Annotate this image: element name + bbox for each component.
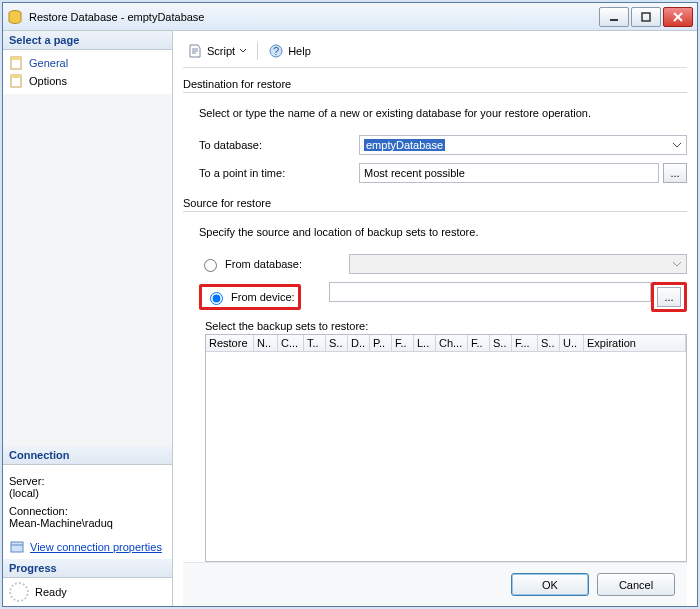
svg-rect-2: [642, 13, 650, 21]
point-in-time-browse-button[interactable]: ...: [663, 163, 687, 183]
svg-text:?: ?: [273, 45, 279, 57]
progress-spinner-icon: [9, 582, 29, 602]
script-icon: [187, 43, 203, 59]
destination-section-title: Destination for restore: [183, 78, 687, 90]
from-device-field[interactable]: [329, 282, 651, 302]
from-database-radio[interactable]: [204, 259, 217, 272]
svg-rect-9: [11, 542, 23, 552]
source-description: Specify the source and location of backu…: [199, 226, 687, 238]
page-icon: [9, 55, 25, 71]
grid-col[interactable]: Expiration: [584, 335, 686, 351]
grid-col[interactable]: F...: [512, 335, 538, 351]
grid-col[interactable]: F..: [468, 335, 490, 351]
connection-label: Connection:: [9, 505, 166, 517]
from-device-browse-highlight: ...: [651, 282, 687, 312]
point-in-time-label: To a point in time:: [199, 167, 359, 179]
from-database-label: From database:: [225, 258, 302, 270]
grid-col[interactable]: P..: [370, 335, 392, 351]
minimize-button[interactable]: [599, 7, 629, 27]
grid-col[interactable]: S..: [326, 335, 348, 351]
page-icon: [9, 73, 25, 89]
point-in-time-value: Most recent possible: [364, 167, 465, 179]
to-database-value: emptyDatabase: [364, 139, 445, 151]
window-title: Restore Database - emptyDatabase: [29, 11, 597, 23]
server-label: Server:: [9, 475, 166, 487]
properties-icon: [9, 539, 25, 555]
chevron-down-icon: [239, 47, 247, 55]
from-database-combo: [349, 254, 687, 274]
titlebar: Restore Database - emptyDatabase: [3, 3, 697, 31]
progress-header: Progress: [3, 559, 172, 578]
point-in-time-field[interactable]: Most recent possible: [359, 163, 659, 183]
to-database-label: To database:: [199, 139, 359, 151]
destination-description: Select or type the name of a new or exis…: [199, 107, 687, 119]
connection-header: Connection: [3, 446, 172, 465]
cancel-button[interactable]: Cancel: [597, 573, 675, 596]
sidebar-item-label: General: [29, 57, 68, 69]
backup-sets-grid[interactable]: Restore N.. C... T.. S.. D.. P.. F.. L..…: [205, 334, 687, 562]
sidebar-item-options[interactable]: Options: [9, 72, 166, 90]
progress-status: Ready: [35, 586, 67, 598]
svg-rect-8: [11, 75, 21, 78]
svg-rect-6: [11, 57, 21, 60]
grid-col[interactable]: T..: [304, 335, 326, 351]
grid-col[interactable]: L..: [414, 335, 436, 351]
sidebar-item-general[interactable]: General: [9, 54, 166, 72]
server-value: (local): [9, 487, 166, 499]
grid-col[interactable]: N..: [254, 335, 278, 351]
grid-col[interactable]: S..: [490, 335, 512, 351]
help-icon: ?: [268, 43, 284, 59]
ok-button[interactable]: OK: [511, 573, 589, 596]
grid-col[interactable]: Restore: [206, 335, 254, 351]
script-button[interactable]: Script: [183, 41, 251, 61]
maximize-button[interactable]: [631, 7, 661, 27]
grid-col[interactable]: U..: [560, 335, 584, 351]
sidebar-item-label: Options: [29, 75, 67, 87]
chevron-down-icon: [672, 258, 682, 270]
from-device-label: From device:: [231, 291, 295, 303]
connection-value: Mean-Machine\raduq: [9, 517, 166, 529]
close-button[interactable]: [663, 7, 693, 27]
backup-sets-title: Select the backup sets to restore:: [205, 320, 687, 332]
grid-col[interactable]: S..: [538, 335, 560, 351]
view-connection-properties-link[interactable]: View connection properties: [30, 541, 162, 553]
source-section-title: Source for restore: [183, 197, 687, 209]
chevron-down-icon: [672, 139, 682, 151]
database-icon: [7, 9, 23, 25]
grid-header: Restore N.. C... T.. S.. D.. P.. F.. L..…: [206, 335, 686, 352]
help-button[interactable]: ? Help: [264, 41, 315, 61]
grid-col[interactable]: F..: [392, 335, 414, 351]
to-database-combo[interactable]: emptyDatabase: [359, 135, 687, 155]
script-label: Script: [207, 45, 235, 57]
grid-col[interactable]: D..: [348, 335, 370, 351]
grid-col[interactable]: Ch...: [436, 335, 468, 351]
grid-col[interactable]: C...: [278, 335, 304, 351]
select-page-header: Select a page: [3, 31, 172, 50]
from-device-highlight: From device:: [199, 284, 301, 310]
help-label: Help: [288, 45, 311, 57]
from-device-radio[interactable]: [210, 292, 223, 305]
from-device-browse-button[interactable]: ...: [657, 287, 681, 307]
